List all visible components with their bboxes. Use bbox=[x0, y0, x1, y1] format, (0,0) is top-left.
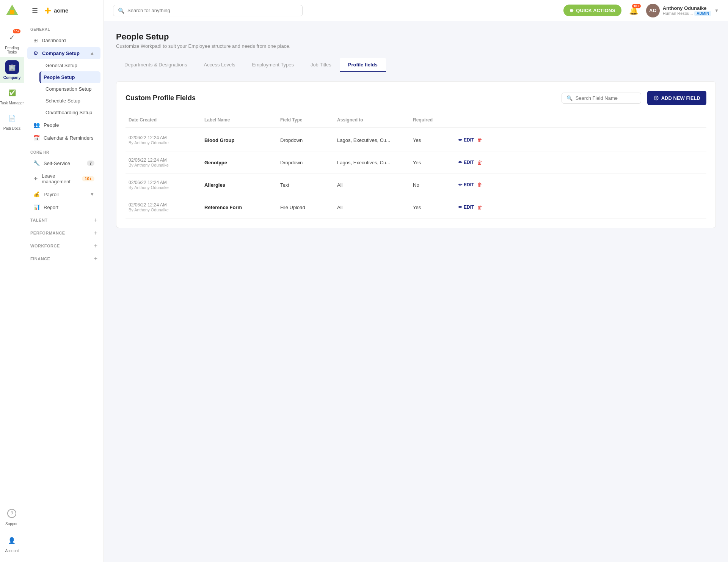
fields-table: Date Created Label Name Field Type Assig… bbox=[126, 113, 706, 219]
report-icon: 📊 bbox=[33, 204, 40, 210]
row-blood-group-label: Blood Group bbox=[201, 136, 277, 145]
sidebar-item-support[interactable]: ? Support bbox=[5, 504, 19, 529]
trash-icon: 🗑 bbox=[477, 182, 482, 188]
trash-icon: 🗑 bbox=[477, 137, 482, 143]
sidebar-item-leave-management[interactable]: ✈ Leave management 10+ bbox=[27, 170, 100, 187]
padi-docs-label: Padi Docs bbox=[3, 126, 21, 131]
sidebar-item-people-setup[interactable]: People Setup bbox=[39, 71, 100, 83]
sidebar-item-padi-docs[interactable]: 📄 Padi Docs bbox=[0, 108, 24, 134]
row-allergies-type: Text bbox=[277, 181, 334, 189]
performance-group-header[interactable]: PERFORMANCE + bbox=[24, 227, 104, 239]
sidebar-item-calendar-reminders[interactable]: 📅 Calendar & Reminders bbox=[27, 132, 100, 144]
row-genotype-label: Genotype bbox=[201, 158, 277, 167]
task-icon: ✅ bbox=[8, 89, 16, 96]
edit-allergies-button[interactable]: ✏ EDIT bbox=[458, 182, 474, 187]
table-row: 02/06/22 12:24 AM By Anthony Odunaike Bl… bbox=[126, 129, 706, 151]
sidebar-item-payroll[interactable]: 💰 Payroll ▼ bbox=[27, 188, 100, 200]
row-allergies-date: 02/06/22 12:24 AM By Anthony Odunaike bbox=[126, 178, 201, 191]
tab-profile-fields[interactable]: Profile fields bbox=[340, 58, 386, 72]
add-new-field-button[interactable]: ⊕ ADD NEW FIELD bbox=[647, 91, 706, 105]
task-manager-label: Task Manager bbox=[0, 101, 24, 105]
notification-button[interactable]: 🔔 10+ bbox=[629, 6, 639, 15]
talent-expand-icon: + bbox=[94, 217, 97, 224]
sidebar-item-company[interactable]: 🏢 Company bbox=[0, 57, 24, 83]
check-icon: ✓ bbox=[9, 33, 15, 42]
tab-access-levels[interactable]: Access Levels bbox=[195, 58, 243, 72]
edit-blood-group-button[interactable]: ✏ EDIT bbox=[458, 137, 474, 143]
custom-profile-fields-card: Custom Profile Fields 🔍 ⊕ ADD NEW FIELD … bbox=[116, 81, 716, 228]
sidebar-item-task-manager[interactable]: ✅ Task Manager bbox=[0, 83, 24, 108]
svg-rect-3 bbox=[47, 8, 49, 14]
field-search-box[interactable]: 🔍 bbox=[562, 93, 641, 104]
dashboard-icon: ⊞ bbox=[33, 37, 38, 43]
tab-departments[interactable]: Departments & Designations bbox=[116, 58, 195, 72]
company-label: Company bbox=[3, 76, 21, 80]
sidebar-item-report[interactable]: 📊 Report bbox=[27, 201, 100, 213]
user-details: Anthony Odunaike Human Resou... ADMIN bbox=[663, 5, 711, 16]
people-icon: 👥 bbox=[33, 122, 40, 128]
leave-management-badge: 10+ bbox=[82, 176, 94, 181]
search-box[interactable]: 🔍 bbox=[113, 5, 303, 16]
field-search-icon: 🔍 bbox=[566, 95, 573, 101]
user-role-text: Human Resou... bbox=[663, 11, 693, 16]
content-area: People Setup Customize Workpadi to suit … bbox=[104, 21, 728, 562]
calendar-icon: 📅 bbox=[33, 135, 40, 141]
trash-icon: 🗑 bbox=[477, 159, 482, 165]
row-blood-group-required: Yes bbox=[410, 136, 455, 145]
company-setup-label: Company Setup bbox=[42, 50, 80, 56]
topbar: ☰ acme bbox=[24, 0, 104, 21]
sidebar-item-onoffboarding-setup[interactable]: On/offboarding Setup bbox=[39, 107, 100, 118]
card-title: Custom Profile Fields bbox=[126, 94, 555, 102]
hamburger-icon[interactable]: ☰ bbox=[32, 6, 38, 15]
search-icon: 🔍 bbox=[118, 8, 124, 14]
sidebar-item-schedule-setup[interactable]: Schedule Setup bbox=[39, 95, 100, 107]
search-input[interactable] bbox=[127, 8, 298, 13]
core-hr-section-label: CORE HR bbox=[24, 144, 104, 157]
table-row: 02/06/22 12:24 AM By Anthony Odunaike Re… bbox=[126, 196, 706, 219]
compensation-setup-label: Compensation Setup bbox=[46, 86, 91, 92]
sidebar-item-dashboard[interactable]: ⊞ Dashboard bbox=[27, 34, 100, 46]
sidebar-item-company-setup[interactable]: ⚙ Company Setup ▲ bbox=[27, 47, 100, 59]
talent-group-header[interactable]: TALENT + bbox=[24, 214, 104, 227]
quick-actions-button[interactable]: ⊕ QUICK ACTIONS bbox=[563, 5, 621, 16]
company-setup-icon: ⚙ bbox=[33, 50, 38, 56]
finance-group-header[interactable]: FINANCE + bbox=[24, 252, 104, 265]
delete-reference-form-button[interactable]: 🗑 bbox=[477, 204, 482, 210]
user-name: Anthony Odunaike bbox=[663, 5, 711, 11]
sidebar-item-compensation-setup[interactable]: Compensation Setup bbox=[39, 83, 100, 95]
delete-allergies-button[interactable]: 🗑 bbox=[477, 182, 482, 188]
delete-genotype-button[interactable]: 🗑 bbox=[477, 159, 482, 165]
avatar: AO bbox=[646, 4, 660, 17]
payroll-label: Payroll bbox=[44, 192, 59, 197]
sidebar-item-self-service[interactable]: 🔧 Self-Service 7 bbox=[27, 157, 100, 169]
sidebar-item-pending-tasks[interactable]: ✓ 10+ Pending Tasks bbox=[0, 28, 24, 57]
workforce-group-label: WORKFORCE bbox=[30, 244, 94, 248]
user-info[interactable]: AO Anthony Odunaike Human Resou... ADMIN… bbox=[646, 4, 719, 17]
sidebar-item-account[interactable]: 👤 Account bbox=[5, 531, 19, 556]
calendar-reminders-label: Calendar & Reminders bbox=[44, 135, 94, 141]
sidebar: ☰ acme GENERAL ⊞ Dashboard ⚙ Company Set… bbox=[24, 0, 104, 562]
field-search-input[interactable] bbox=[576, 95, 636, 101]
edit-genotype-button[interactable]: ✏ EDIT bbox=[458, 160, 474, 165]
tab-employment-types[interactable]: Employment Types bbox=[244, 58, 302, 72]
general-setup-label: General Setup bbox=[46, 63, 77, 68]
workforce-group-header[interactable]: WORKFORCE + bbox=[24, 239, 104, 252]
payroll-icon: 💰 bbox=[33, 191, 40, 197]
sidebar-item-general-setup[interactable]: General Setup bbox=[39, 60, 100, 71]
self-service-badge: 7 bbox=[87, 161, 94, 166]
report-label: Report bbox=[44, 205, 58, 210]
sidebar-item-people[interactable]: 👥 People bbox=[27, 119, 100, 131]
support-icon: ? bbox=[7, 509, 16, 518]
edit-reference-form-button[interactable]: ✏ EDIT bbox=[458, 205, 474, 210]
tab-job-titles[interactable]: Job Titles bbox=[302, 58, 340, 72]
plus-circle-icon: ⊕ bbox=[570, 8, 574, 13]
finance-group-label: FINANCE bbox=[30, 257, 94, 261]
delete-blood-group-button[interactable]: 🗑 bbox=[477, 137, 482, 143]
general-section-label: GENERAL bbox=[24, 21, 104, 34]
schedule-setup-label: Schedule Setup bbox=[46, 98, 80, 104]
avatar-initials: AO bbox=[649, 8, 657, 13]
row-blood-group-type: Dropdown bbox=[277, 136, 334, 145]
row-allergies-required: No bbox=[410, 181, 455, 189]
onoffboarding-setup-label: On/offboarding Setup bbox=[46, 110, 92, 115]
logo-text: acme bbox=[54, 7, 68, 14]
